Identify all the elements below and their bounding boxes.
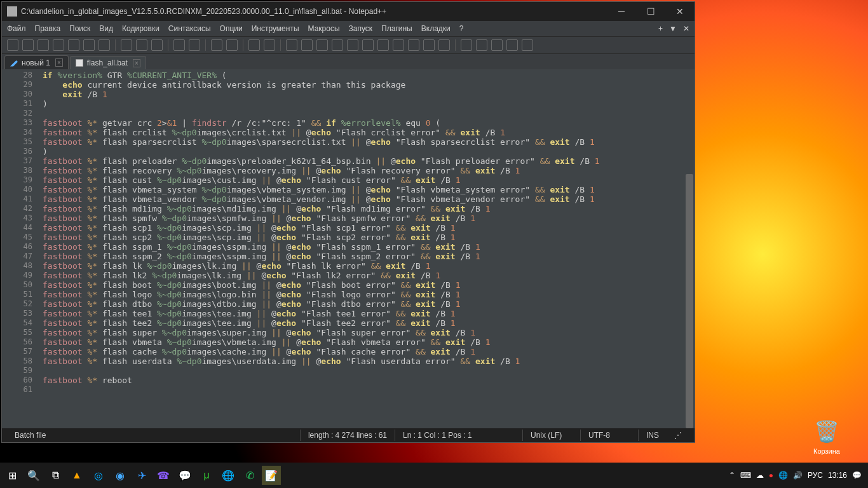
menu-language[interactable]: Синтаксисы <box>168 24 211 33</box>
udl-icon[interactable] <box>362 39 374 51</box>
recycle-bin-label: Корзина <box>804 447 849 455</box>
menu-file[interactable]: Файл <box>7 24 26 33</box>
utorrent-icon[interactable]: μ <box>197 466 216 485</box>
menu-tools[interactable]: Инструменты <box>252 24 299 33</box>
menu-macro[interactable]: Макросы <box>308 24 340 33</box>
status-mode[interactable]: INS <box>639 431 667 440</box>
tab-flash-all[interactable]: flash_all.bat × <box>70 56 146 70</box>
menubar: Файл Правка Поиск Вид Кодировки Синтакси… <box>2 21 695 36</box>
print-icon[interactable] <box>98 39 110 51</box>
viber-icon[interactable]: ☎ <box>154 466 173 485</box>
taskbar[interactable]: ⊞ 🔍 ⧉ ▲ ◎ ◉ ✈ ☎ 💬 μ 🌐 ✆ 📝 ⌃ ⌨ ☁ ● 🌐 🔊 РУ… <box>0 463 868 488</box>
save-icon[interactable] <box>37 39 49 51</box>
funclist-icon[interactable] <box>408 39 419 51</box>
search-icon[interactable]: 🔍 <box>24 466 43 485</box>
window-title: C:\dandelion_in_global_images_V12.5.5.0.… <box>21 7 607 16</box>
tray-onedrive-icon[interactable]: ☁ <box>756 471 764 480</box>
paste-icon[interactable] <box>151 39 163 51</box>
menu-encoding[interactable]: Кодировки <box>122 24 159 33</box>
tray-keyboard-icon[interactable]: ⌨ <box>740 471 751 480</box>
replace-icon[interactable] <box>226 39 238 51</box>
play-multi-icon[interactable] <box>506 39 518 51</box>
tray-overflow-icon[interactable]: ⌃ <box>729 471 735 480</box>
menu-settings[interactable]: Опции <box>220 24 243 33</box>
code-area[interactable]: if %version% GTR %CURRENT_ANTI_VER% ( ec… <box>39 69 695 428</box>
menu-edit[interactable]: Правка <box>35 24 61 33</box>
dropdown-icon[interactable]: ▼ <box>669 24 677 33</box>
toolbar-separator <box>205 39 206 51</box>
chrome-icon[interactable]: 🌐 <box>219 466 238 485</box>
tray-language[interactable]: РУС <box>808 471 823 480</box>
docmap-icon[interactable] <box>377 39 389 51</box>
tray-clock[interactable]: 13:16 <box>828 471 847 480</box>
tab-new-1[interactable]: новый 1 × <box>4 55 69 69</box>
new-file-icon[interactable] <box>7 39 18 51</box>
monitoring-icon[interactable] <box>438 39 450 51</box>
menu-search[interactable]: Поиск <box>69 24 90 33</box>
minimize-button[interactable]: ─ <box>607 2 636 21</box>
stop-icon[interactable] <box>476 39 487 51</box>
recycle-bin[interactable]: 🗑️ Корзина <box>804 419 849 455</box>
status-filetype: Batch file <box>7 431 53 440</box>
telegram-icon[interactable]: ✈ <box>132 466 151 485</box>
cut-icon[interactable] <box>121 39 132 51</box>
menu-window[interactable]: Вкладки <box>421 24 451 33</box>
redo-icon[interactable] <box>189 39 200 51</box>
menu-help[interactable]: ? <box>459 24 464 33</box>
folder-icon[interactable] <box>423 39 435 51</box>
systray[interactable]: ⌃ ⌨ ☁ ● 🌐 🔊 РУС 13:16 💬 <box>729 471 868 480</box>
undo-icon[interactable] <box>173 39 185 51</box>
toolbar-separator <box>455 39 456 51</box>
notepadpp-taskbar-icon[interactable]: 📝 <box>262 466 281 485</box>
menu-run[interactable]: Запуск <box>349 24 373 33</box>
close-button[interactable]: ✕ <box>665 2 695 21</box>
zoom-out-icon[interactable] <box>264 39 275 51</box>
open-file-icon[interactable] <box>22 39 34 51</box>
save-all-icon[interactable] <box>53 39 64 51</box>
menu-view[interactable]: Вид <box>99 24 113 33</box>
close-all-icon[interactable] <box>83 39 95 51</box>
recycle-bin-icon: 🗑️ <box>814 419 839 445</box>
tray-app-icon[interactable]: ● <box>769 471 773 480</box>
maximize-button[interactable]: ☐ <box>636 2 665 21</box>
tray-notifications-icon[interactable]: 💬 <box>852 471 862 480</box>
wrap-icon[interactable] <box>316 39 328 51</box>
find-icon[interactable] <box>211 39 222 51</box>
toolbar <box>2 36 695 54</box>
tabbar: новый 1 × flash_all.bat × <box>2 54 695 69</box>
whatsapp-icon[interactable]: ✆ <box>240 466 259 485</box>
notepadpp-window: C:\dandelion_in_global_images_V12.5.5.0.… <box>1 1 695 443</box>
start-button[interactable]: ⊞ <box>3 466 22 485</box>
copy-icon[interactable] <box>136 39 147 51</box>
tray-volume-icon[interactable]: 🔊 <box>793 471 803 480</box>
task-view-icon[interactable]: ⧉ <box>46 466 65 485</box>
zoom-in-icon[interactable] <box>248 39 260 51</box>
status-encoding[interactable]: UTF-8 <box>581 431 638 440</box>
taskbar-app-3[interactable]: ◉ <box>111 466 130 485</box>
editor[interactable]: 2829303132333435363738394041424344454647… <box>2 69 695 428</box>
tray-network-icon[interactable]: 🌐 <box>778 471 788 480</box>
scrollbar-thumb[interactable] <box>686 174 693 428</box>
taskbar-app-2[interactable]: ◎ <box>89 466 108 485</box>
save-macro-icon[interactable] <box>522 39 533 51</box>
close-tab-button[interactable]: ✕ <box>683 24 689 33</box>
titlebar[interactable]: C:\dandelion_in_global_images_V12.5.5.0.… <box>2 2 695 21</box>
taskbar-app-1[interactable]: ▲ <box>67 466 86 485</box>
show-all-icon[interactable] <box>332 39 343 51</box>
doclist-icon[interactable] <box>393 39 404 51</box>
menu-plugins[interactable]: Плагины <box>381 24 412 33</box>
wechat-icon[interactable]: 💬 <box>175 466 194 485</box>
statusbar: Batch file length : 4 274 lines : 61 Ln … <box>2 428 695 442</box>
tab-close-icon[interactable]: × <box>133 59 140 67</box>
record-icon[interactable] <box>461 39 472 51</box>
tab-close-icon[interactable]: × <box>55 58 63 67</box>
file-icon <box>76 59 83 67</box>
sync-v-icon[interactable] <box>286 39 297 51</box>
vertical-scrollbar[interactable] <box>684 69 695 428</box>
status-eol[interactable]: Unix (LF) <box>523 431 580 440</box>
sync-h-icon[interactable] <box>301 39 313 51</box>
play-icon[interactable] <box>491 39 503 51</box>
close-file-icon[interactable] <box>68 39 79 51</box>
indent-guide-icon[interactable] <box>347 39 358 51</box>
new-tab-button[interactable]: + <box>658 24 663 33</box>
